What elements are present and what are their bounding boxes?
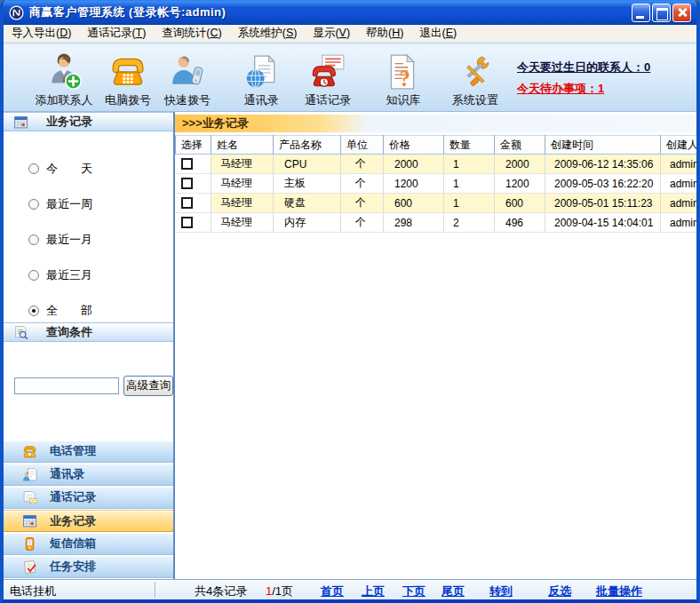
table-header-row: 选择姓名产品名称单位价格数量金额创建时间创建人 xyxy=(176,136,697,155)
row-checkbox[interactable] xyxy=(181,197,193,209)
radio-icon xyxy=(28,199,39,210)
content-area: >>>业务记录 选择姓名产品名称单位价格数量金额创建时间创建人 马经理CPU个2… xyxy=(175,112,696,579)
pager-link-4[interactable]: 转到 xyxy=(489,583,513,599)
cell-amount: 1200 xyxy=(495,174,545,194)
radio-icon xyxy=(28,305,39,316)
record-count: 共4条记录 xyxy=(195,583,247,599)
nav-item-label: 短信信箱 xyxy=(50,536,96,551)
cell-product: 内存 xyxy=(274,213,341,233)
radio-icon xyxy=(28,234,39,245)
statusbar-divider xyxy=(155,582,155,598)
menu-item-1[interactable]: 通话记录(T) xyxy=(79,24,154,43)
cell-product: 硬盘 xyxy=(274,194,341,213)
birthday-contacts-link[interactable]: 今天要过生日的联系人：0 xyxy=(517,57,650,78)
minimize-button[interactable] xyxy=(632,4,650,22)
cell-name: 马经理 xyxy=(211,213,274,233)
menu-item-3[interactable]: 系统维护(S) xyxy=(230,24,306,43)
phone-status: 电话挂机 xyxy=(10,583,56,599)
cell-unit: 个 xyxy=(341,213,384,233)
cell-unit: 个 xyxy=(341,174,384,194)
settings-icon xyxy=(437,50,513,91)
date-filter-radio-0[interactable]: 今 天 xyxy=(4,151,173,186)
knowledge-base-icon: ? xyxy=(368,50,439,91)
cell-price: 298 xyxy=(384,213,444,233)
row-checkbox[interactable] xyxy=(181,158,193,170)
cell-creator: admin xyxy=(661,194,697,213)
pager-link-6[interactable]: 批量操作 xyxy=(596,583,642,599)
pager-link-0[interactable]: 首页 xyxy=(321,583,344,599)
sidebar-nav-item-4[interactable]: 短信信箱 xyxy=(4,533,173,555)
nav-item-label: 任务安排 xyxy=(50,559,96,575)
pager-links: 首页上页下页尾页转到反选批量操作 xyxy=(321,583,642,599)
row-checkbox[interactable] xyxy=(181,217,193,228)
column-header-1: 姓名 xyxy=(211,136,274,155)
menu-item-5[interactable]: 帮助(H) xyxy=(358,24,411,43)
toolbar-button-5[interactable]: ?知识库 xyxy=(368,50,439,108)
date-filter-radio-3[interactable]: 最近三月 xyxy=(4,258,173,293)
menu-item-6[interactable]: 退出(E) xyxy=(411,24,465,43)
toolbar-button-2[interactable]: 快速拨号 xyxy=(152,50,223,108)
toolbar: 今天要过生日的联系人：0 今天待办事项：1 添加联系人电脑拨号快速拨号通讯录通话… xyxy=(4,44,696,112)
advanced-search-button[interactable]: 高级查询 xyxy=(123,376,173,396)
cell-name: 马经理 xyxy=(211,194,274,213)
nav-item-label: 通讯录 xyxy=(50,466,84,482)
cell-price: 600 xyxy=(384,194,444,213)
menu-item-2[interactable]: 查询统计(C) xyxy=(154,24,229,43)
sidebar-nav-item-2[interactable]: 通话记录 xyxy=(4,487,173,509)
contacts-icon xyxy=(22,467,38,482)
cell-price: 1200 xyxy=(384,174,444,194)
checkbox-cell xyxy=(176,194,211,213)
toolbar-button-4[interactable]: 通话记录 xyxy=(292,50,363,108)
sidebar-nav-item-5[interactable]: 任务安排 xyxy=(4,556,173,578)
column-header-8: 创建人 xyxy=(661,136,697,155)
search-doc-icon xyxy=(13,325,28,340)
cell-created: 2009-05-01 15:11:23 xyxy=(545,194,661,213)
sidebar-nav-item-1[interactable]: 通讯录 xyxy=(4,464,173,486)
sidebar-nav-item-0[interactable]: 电话管理 xyxy=(4,440,173,463)
todo-items-link[interactable]: 今天待办事项：1 xyxy=(517,78,650,99)
cell-name: 马经理 xyxy=(211,174,274,194)
pager-link-3[interactable]: 尾页 xyxy=(441,583,465,599)
calendar-icon xyxy=(22,513,38,528)
cell-creator: admin xyxy=(661,213,697,233)
column-header-7: 创建时间 xyxy=(545,136,661,155)
pager-link-5[interactable]: 反选 xyxy=(548,583,571,599)
table-row: 马经理主板个1200112002009-05-03 16:22:20admin xyxy=(176,174,697,194)
cell-product: 主板 xyxy=(274,174,341,194)
nav-item-label: 电话管理 xyxy=(50,443,96,459)
cell-qty: 1 xyxy=(444,174,495,194)
toolbar-button-label-2: 快速拨号 xyxy=(152,92,223,108)
close-button[interactable] xyxy=(672,4,691,22)
column-header-4: 价格 xyxy=(384,136,444,155)
menu-item-4[interactable]: 显示(V) xyxy=(305,24,358,43)
toolbar-button-3[interactable]: 通讯录 xyxy=(226,50,297,108)
pager-link-2[interactable]: 下页 xyxy=(402,583,426,599)
menu-item-0[interactable]: 导入导出(D) xyxy=(4,24,79,43)
nav-item-label: 通话记录 xyxy=(50,489,96,505)
sidebar-nav-item-3[interactable]: 业务记录 xyxy=(4,510,173,532)
app-icon xyxy=(9,5,24,20)
phone-icon xyxy=(22,444,38,459)
date-filter-radio-1[interactable]: 最近一周 xyxy=(4,186,173,222)
filter-panel-header: 业务记录 xyxy=(4,112,173,131)
cell-creator: admin xyxy=(661,174,697,194)
task-icon xyxy=(22,559,38,575)
search-input[interactable] xyxy=(14,377,119,394)
toolbar-button-label-5: 知识库 xyxy=(368,92,439,108)
date-filter-radio-2[interactable]: 最近一月 xyxy=(4,222,173,258)
sms-icon xyxy=(22,536,38,551)
records-table: 选择姓名产品名称单位价格数量金额创建时间创建人 马经理CPU个200012000… xyxy=(175,135,697,233)
toolbar-button-6[interactable]: 系统设置 xyxy=(437,50,513,108)
radio-label: 最近三月 xyxy=(46,267,92,283)
cell-name: 马经理 xyxy=(211,155,274,174)
sidebar: 业务记录 今 天最近一周最近一月最近三月全 部 查询条件 高级查询 电话管理通讯… xyxy=(4,112,175,579)
total-pages: /1页 xyxy=(272,584,293,598)
filter-panel-title: 业务记录 xyxy=(46,114,92,130)
row-checkbox[interactable] xyxy=(181,178,193,189)
pager-link-1[interactable]: 上页 xyxy=(362,583,385,599)
cell-product: CPU xyxy=(274,155,341,174)
query-panel-title: 查询条件 xyxy=(46,324,92,340)
maximize-button[interactable] xyxy=(652,4,671,22)
call-log-icon xyxy=(292,50,363,91)
table-row: 马经理内存个29824962009-04-15 14:04:01admin xyxy=(176,213,697,233)
